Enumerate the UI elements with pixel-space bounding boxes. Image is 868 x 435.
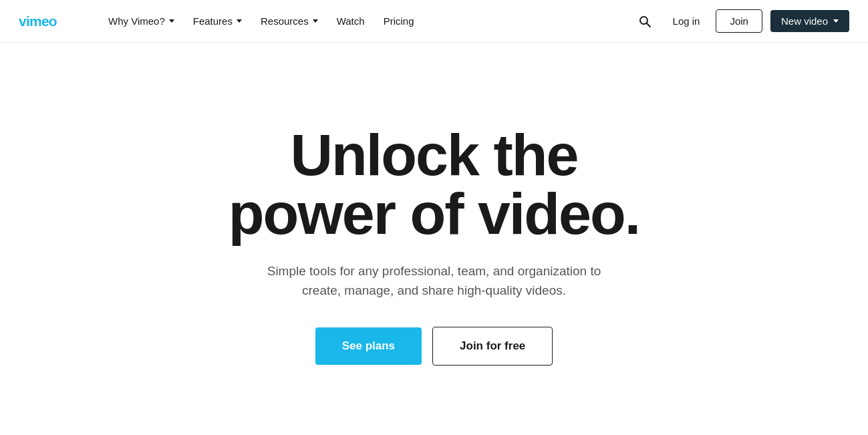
svg-line-2 [646, 23, 650, 27]
nav-item-pricing[interactable]: Pricing [376, 10, 422, 32]
nav-item-watch[interactable]: Watch [329, 10, 373, 32]
nav-right: Log in Join New video [633, 9, 849, 33]
navbar: vimeo Why Vimeo? Features Resources Watc… [0, 0, 868, 43]
join-button[interactable]: Join [716, 9, 762, 33]
chevron-down-icon [169, 19, 174, 23]
hero-title: Unlock the power of video. [229, 126, 639, 243]
svg-text:vimeo: vimeo [19, 13, 57, 28]
join-free-button[interactable]: Join for free [432, 327, 553, 366]
search-button[interactable] [633, 9, 657, 33]
search-icon [638, 15, 652, 28]
login-button[interactable]: Log in [665, 10, 708, 32]
chevron-down-icon [833, 19, 839, 23]
chevron-down-icon [313, 19, 318, 23]
hero-subtitle: Simple tools for any professional, team,… [261, 262, 608, 300]
new-video-button[interactable]: New video [770, 10, 849, 32]
nav-item-why-vimeo[interactable]: Why Vimeo? [100, 10, 182, 32]
see-plans-button[interactable]: See plans [315, 327, 422, 365]
chevron-down-icon [237, 19, 242, 23]
nav-item-resources[interactable]: Resources [253, 10, 326, 32]
vimeo-logo[interactable]: vimeo [19, 12, 79, 31]
hero-buttons: See plans Join for free [315, 327, 553, 366]
hero-section: Unlock the power of video. Simple tools … [0, 43, 868, 435]
nav-item-features[interactable]: Features [185, 10, 250, 32]
nav-links: Why Vimeo? Features Resources Watch Pric… [100, 10, 633, 32]
